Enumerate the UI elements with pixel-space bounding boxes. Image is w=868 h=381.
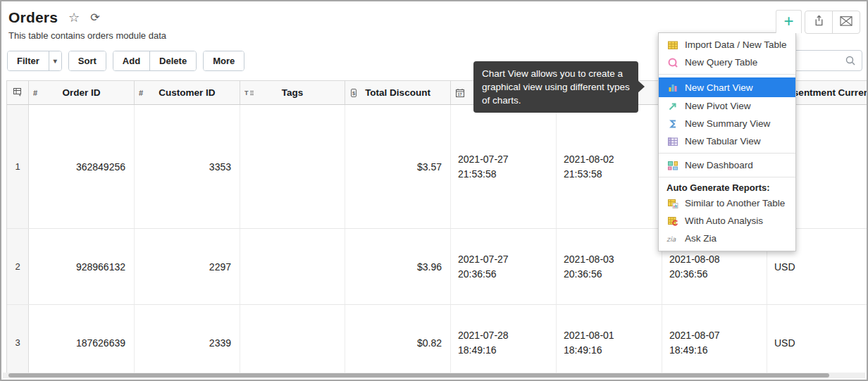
action-button-group <box>805 11 860 34</box>
column-label: Customer ID <box>159 87 215 98</box>
menu-separator <box>659 153 795 154</box>
search-icon <box>845 55 856 69</box>
row-number: 1 <box>7 105 29 228</box>
favorite-star-icon[interactable]: ☆ <box>68 11 80 24</box>
horizontal-scrollbar <box>3 373 865 378</box>
filter-button[interactable]: Filter <box>8 51 49 70</box>
menu-item-new-query-table[interactable]: New Query Table <box>659 54 795 71</box>
column-header-order-id[interactable]: # Order ID <box>29 81 135 104</box>
column-label: Order ID <box>62 87 100 98</box>
add-delete-button-group: Add Delete <box>113 51 197 71</box>
cell-tags <box>240 229 345 304</box>
menu-item-label: New Summary View <box>685 118 770 129</box>
menu-item-ask-zia[interactable]: zia Ask Zia <box>659 230 795 247</box>
tabular-view-icon <box>666 135 678 147</box>
cell-tags <box>240 305 345 377</box>
delete-button[interactable]: Delete <box>149 51 196 70</box>
menu-separator <box>659 74 795 75</box>
select-all-header[interactable] <box>7 81 29 104</box>
sort-button[interactable]: Sort <box>69 51 106 70</box>
cell-total-discount: $0.82 <box>345 305 451 377</box>
import-table-icon <box>666 39 678 51</box>
menu-item-label: With Auto Analysis <box>685 216 763 226</box>
pivot-view-icon <box>666 100 678 112</box>
cell-date-2: 2021-08-01 18:49:16 <box>557 305 662 377</box>
text-type-icon: T <box>244 89 254 97</box>
cell-total-discount: $3.96 <box>345 229 451 304</box>
cell-order-id: 928966132 <box>29 229 135 304</box>
svg-text:$: $ <box>352 89 356 96</box>
menu-item-label: New Chart View <box>685 82 753 93</box>
more-button[interactable]: More <box>204 51 244 70</box>
tooltip-line: of charts. <box>482 94 630 107</box>
add-button[interactable]: Add <box>113 51 149 70</box>
cell-customer-id: 2297 <box>135 229 240 304</box>
cell-customer-id: 3353 <box>135 105 240 228</box>
similar-table-icon <box>666 197 678 209</box>
mail-icon <box>839 15 853 30</box>
svg-text:17: 17 <box>457 92 461 96</box>
query-table-icon <box>666 56 678 68</box>
svg-text:zia: zia <box>666 235 676 242</box>
menu-item-similar-to-another-table[interactable]: Similar to Another Table <box>659 194 795 212</box>
calendar-type-icon: 17 <box>455 88 465 98</box>
menu-item-new-tabular-view[interactable]: New Tabular View <box>659 132 795 150</box>
cell-order-id: 187626639 <box>29 305 135 377</box>
number-type-icon: # <box>33 89 37 97</box>
share-button[interactable] <box>805 11 832 33</box>
summary-view-icon <box>666 118 678 130</box>
email-button[interactable] <box>832 11 860 33</box>
cell-total-discount: $3.57 <box>345 105 451 228</box>
more-button-group: More <box>203 51 244 71</box>
cell-order-id: 362849256 <box>29 105 135 228</box>
menu-item-new-dashboard[interactable]: New Dashboard <box>659 156 795 174</box>
column-header-total-discount[interactable]: $ Total Discount <box>345 81 451 104</box>
cell-date-1: 2021-07-28 18:49:16 <box>451 305 557 377</box>
cell-currency: USD <box>767 305 868 377</box>
menu-item-label: New Pivot View <box>685 101 751 111</box>
filter-caret-icon[interactable]: ▾ <box>49 51 61 70</box>
menu-item-label: New Query Table <box>685 57 757 68</box>
cell-date-2: 2021-08-02 21:53:58 <box>557 105 662 228</box>
app-window: Orders ☆ ⟳ This table contains orders mo… <box>0 0 868 381</box>
plus-icon: + <box>783 11 793 30</box>
create-new-button[interactable]: + <box>776 10 802 33</box>
menu-item-label: New Dashboard <box>685 160 753 170</box>
create-new-menu: Import Data / New Table New Query Table … <box>658 32 796 251</box>
menu-item-new-summary-view[interactable]: New Summary View <box>659 115 795 132</box>
table-select-icon <box>13 87 23 99</box>
tooltip-line: graphical view using different types <box>482 80 630 94</box>
row-number: 2 <box>7 229 29 304</box>
cell-date-2: 2021-08-03 20:36:56 <box>557 229 662 304</box>
menu-item-import-data[interactable]: Import Data / New Table <box>659 36 795 54</box>
cell-date-3: 2021-08-07 18:49:16 <box>662 305 767 377</box>
horizontal-scrollbar-thumb[interactable] <box>8 373 829 377</box>
menu-separator <box>659 177 795 177</box>
column-header-customer-id[interactable]: # Customer ID <box>135 81 240 104</box>
menu-item-label: New Tabular View <box>685 136 761 146</box>
currency-type-icon: $ <box>349 88 358 98</box>
menu-item-new-chart-view[interactable]: New Chart View <box>659 77 795 97</box>
menu-section-auto-generate: Auto Generate Reports: <box>659 180 795 194</box>
cell-tags <box>240 105 345 228</box>
cell-customer-id: 2339 <box>135 305 240 377</box>
menu-item-label: Similar to Another Table <box>685 198 785 208</box>
toolbar: Filter ▾ Sort Add Delete More <box>7 51 244 71</box>
page-title: Orders <box>8 9 58 26</box>
page-subtitle: This table contains orders module data <box>8 30 166 41</box>
menu-item-new-pivot-view[interactable]: New Pivot View <box>659 97 795 115</box>
column-header-tags[interactable]: T Tags <box>240 81 345 104</box>
column-label: Total Discount <box>365 87 430 98</box>
refresh-icon[interactable]: ⟳ <box>90 12 99 23</box>
table-row: 3 187626639 2339 $0.82 2021-07-28 18:49:… <box>7 305 868 377</box>
number-type-icon: # <box>139 89 143 97</box>
menu-item-label: Import Data / New Table <box>685 39 787 50</box>
chart-view-tooltip: Chart View allows you to create a graphi… <box>473 61 638 113</box>
tooltip-line: Chart View allows you to create a <box>482 67 630 80</box>
filter-split-button: Filter ▾ <box>7 51 62 71</box>
dashboard-icon <box>666 159 678 171</box>
column-label: Tags <box>282 87 304 98</box>
menu-item-with-auto-analysis[interactable]: With Auto Analysis <box>659 212 795 230</box>
page-header: Orders ☆ ⟳ <box>8 9 100 26</box>
share-icon <box>812 14 826 30</box>
